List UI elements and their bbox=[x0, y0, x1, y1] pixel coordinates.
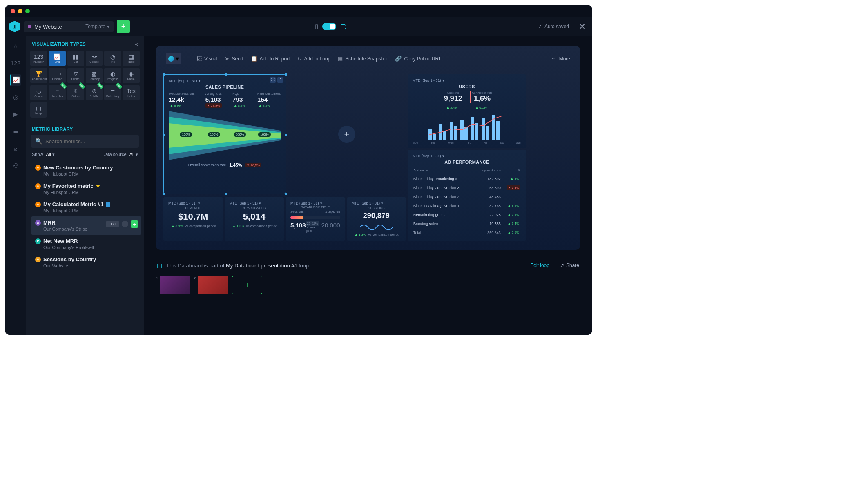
date-range-dropdown[interactable]: MTD (Sep 1 - 31) ▾ bbox=[413, 154, 521, 158]
metric-item[interactable]: SMRROur Company's StripeEDITi+ bbox=[31, 216, 141, 235]
nav-number-icon[interactable]: 123 bbox=[10, 57, 21, 69]
collapse-panel-icon[interactable]: « bbox=[135, 41, 138, 47]
viz-type-pie[interactable]: ◔Pie bbox=[104, 51, 121, 66]
new-signups-widget[interactable]: MTD (Sep 1 - 31) ▾ NEW SIGNUPS 5,014 ▲ 1… bbox=[225, 197, 284, 241]
loop-thumb-1[interactable] bbox=[160, 276, 190, 294]
viz-type-radial[interactable]: ◉Radial bbox=[123, 68, 140, 83]
metric-item[interactable]: ●My Calculated Metric #1 My Hubspot CRM bbox=[31, 198, 141, 216]
svg-rect-13 bbox=[496, 121, 500, 140]
workspace-dropdown[interactable]: My Website Template ▾ bbox=[24, 21, 114, 32]
chevron-down-icon: ▾ bbox=[136, 152, 138, 157]
viz-type-number[interactable]: 123Number bbox=[30, 51, 47, 66]
sessions-spark-widget[interactable]: MTD (Sep 1 - 31) ▾ SESSIONS 290,879 ▲ 1.… bbox=[347, 197, 406, 241]
viz-type-notes[interactable]: TexNotes bbox=[123, 85, 140, 100]
add-loop-slide-button[interactable]: + bbox=[232, 276, 262, 294]
desktop-icon[interactable]: 🖵 bbox=[340, 23, 346, 30]
edit-loop-link[interactable]: Edit loop bbox=[530, 262, 549, 268]
add-databoard-button[interactable]: + bbox=[117, 20, 130, 33]
goal-progress-widget[interactable]: MTD (Sep 1 - 31) ▾ DATABLOCK TITLE Sessi… bbox=[286, 197, 345, 241]
side-panel: VISUALIZATION TYPES « 123Number📈Line▮▮Ba… bbox=[26, 36, 144, 335]
metric-item[interactable]: ●New Customers by CountryMy Hubspot CRM bbox=[31, 161, 141, 180]
revenue-widget[interactable]: MTD (Sep 1 - 31) ▾ REVENUE $10.7M ▲ 8.9%… bbox=[163, 197, 223, 241]
nav-home-icon[interactable]: ⌂ bbox=[10, 40, 21, 51]
ad-performance-widget[interactable]: MTD (Sep 1 - 31) ▾ AD PERFORMANCE Add na… bbox=[408, 150, 526, 241]
date-range-dropdown[interactable]: MTD (Sep 1 - 31) ▾ bbox=[413, 78, 521, 82]
viz-type-image[interactable]: ▢Image bbox=[30, 102, 47, 118]
app-logo[interactable]: ⫫ bbox=[9, 21, 20, 32]
viz-type-spider[interactable]: ✳Spidernew bbox=[67, 85, 84, 100]
template-dropdown[interactable]: Template ▾ bbox=[85, 24, 109, 29]
viz-type-heatmap[interactable]: ▩Heatmap bbox=[86, 68, 103, 83]
widget-expand-icon[interactable]: ⛶ bbox=[270, 77, 276, 83]
metric-item[interactable]: PNet New MRROur Company's Profitwell bbox=[31, 235, 141, 253]
device-preview-toggle: ▯ 🖵 bbox=[315, 23, 346, 30]
metric-item[interactable]: ●My Favorited metric ★My Hubspot CRM bbox=[31, 180, 141, 198]
viz-type-bubble[interactable]: ⊚Bubblenew bbox=[86, 85, 103, 100]
viz-type-table[interactable]: ▦Table bbox=[123, 51, 140, 66]
metric-library-title: METRIC LIBRARY bbox=[26, 122, 144, 135]
svg-rect-11 bbox=[486, 126, 489, 140]
search-input[interactable] bbox=[45, 138, 135, 145]
add-widget-button[interactable]: + bbox=[338, 126, 355, 143]
send-icon: ➤ bbox=[225, 56, 229, 62]
nav-presentations-icon[interactable]: ▶ bbox=[10, 109, 21, 120]
device-switch[interactable] bbox=[322, 23, 336, 30]
add-to-loop-button[interactable]: ↻Add to Loop bbox=[297, 56, 331, 62]
table-row[interactable]: Black friday image version 132,765▲ 8.9% bbox=[413, 201, 521, 210]
viz-type-combo[interactable]: ⫘Combo bbox=[86, 51, 103, 66]
nav-datasources-icon[interactable]: ≣ bbox=[10, 126, 21, 137]
show-filter[interactable]: Show All ▾ bbox=[32, 152, 55, 157]
more-button[interactable]: ⋯More bbox=[551, 56, 570, 62]
viz-type-data-story[interactable]: ≣Data storynew bbox=[104, 85, 121, 100]
sales-pipeline-widget[interactable]: ⛶⋮ MTD (Sep 1 - 31) ▾ SALES PIPELINE Web… bbox=[163, 74, 286, 194]
viz-type-progress[interactable]: ◐Progress bbox=[104, 68, 121, 83]
loop-thumb-2[interactable] bbox=[198, 276, 228, 294]
datasource-filter[interactable]: Data source All ▾ bbox=[102, 152, 138, 157]
add-metric-button[interactable]: + bbox=[131, 220, 138, 228]
viz-type-pipeline[interactable]: ⟶Pipeline bbox=[49, 68, 65, 83]
report-icon: 📋 bbox=[251, 56, 257, 62]
funnel-pct-4: 100% bbox=[258, 132, 270, 137]
dots-icon: ⋯ bbox=[551, 56, 557, 62]
copy-public-url-button[interactable]: 🔗Copy Public URL bbox=[395, 56, 441, 62]
edit-metric-button[interactable]: EDIT bbox=[106, 221, 119, 227]
viz-type-horiz-bar[interactable]: ≡Horiz. barnew bbox=[49, 85, 65, 100]
mobile-icon[interactable]: ▯ bbox=[315, 23, 318, 30]
image-icon: 🖼 bbox=[196, 56, 202, 62]
widget-title: SALES PIPELINE bbox=[169, 85, 281, 89]
add-widget-placeholder[interactable]: + bbox=[288, 74, 406, 194]
table-row[interactable]: Branding video19,385▲ 1.4% bbox=[413, 219, 521, 228]
viz-type-funnel[interactable]: ▽Funnel bbox=[67, 68, 84, 83]
info-icon[interactable]: i bbox=[122, 221, 128, 227]
send-button[interactable]: ➤Send bbox=[225, 56, 243, 62]
nav-chart-icon[interactable]: 📈 bbox=[10, 74, 21, 86]
viz-type-leaderboard[interactable]: 🏆Leaderboard bbox=[30, 68, 47, 83]
table-row[interactable]: Black Friday video version 353,890▼ 7.3% bbox=[413, 183, 521, 192]
nav-alerts-icon[interactable]: ⎈ bbox=[10, 143, 21, 154]
loop-bar: ▥ This Databoard is part of My Databoard… bbox=[156, 258, 580, 273]
loop-thumbnails: 1 2 + bbox=[156, 276, 580, 294]
nav-team-icon[interactable]: ⚇ bbox=[10, 160, 21, 171]
metric-item[interactable]: ●Sessions by CountryOur Website bbox=[31, 253, 141, 271]
viz-type-bar[interactable]: ▮▮Bar bbox=[67, 51, 84, 66]
add-to-report-button[interactable]: 📋Add to Report bbox=[251, 56, 290, 62]
viz-type-line[interactable]: 📈Line bbox=[49, 51, 65, 66]
table-row[interactable]: Black Friday video version 248,483 - bbox=[413, 192, 521, 201]
search-icon: 🔍 bbox=[35, 138, 42, 145]
table-row[interactable]: Black Friday remarketing c…182,392▲ 8% bbox=[413, 174, 521, 183]
share-button[interactable]: ↗Share bbox=[560, 262, 579, 268]
funnel-chart: 100% 100% 100% 100% bbox=[169, 111, 281, 160]
visual-button[interactable]: 🖼Visual bbox=[196, 56, 217, 62]
date-range-dropdown[interactable]: MTD (Sep 1 - 31) ▾ bbox=[169, 79, 281, 83]
viz-type-gauge[interactable]: ◡Gauge bbox=[30, 85, 47, 100]
nav-goals-icon[interactable]: ◎ bbox=[10, 91, 21, 103]
widget-menu-icon[interactable]: ⋮ bbox=[277, 77, 283, 83]
schedule-snapshot-button[interactable]: ▦Schedule Snapshot bbox=[338, 56, 388, 62]
loop-icon: ▥ bbox=[157, 262, 162, 269]
table-row[interactable]: Remarketing general22,928▲ 2.9% bbox=[413, 210, 521, 219]
close-button[interactable]: ✕ bbox=[579, 22, 586, 31]
users-widget[interactable]: MTD (Sep 1 - 31) ▾ USERS Sessions9,912▲ … bbox=[408, 74, 526, 148]
metric-search[interactable]: 🔍 bbox=[31, 135, 139, 148]
theme-dropdown[interactable]: ▾ bbox=[166, 53, 181, 64]
viz-type-grid: 123Number📈Line▮▮Bar⫘Combo◔Pie▦Table🏆Lead… bbox=[26, 51, 144, 122]
